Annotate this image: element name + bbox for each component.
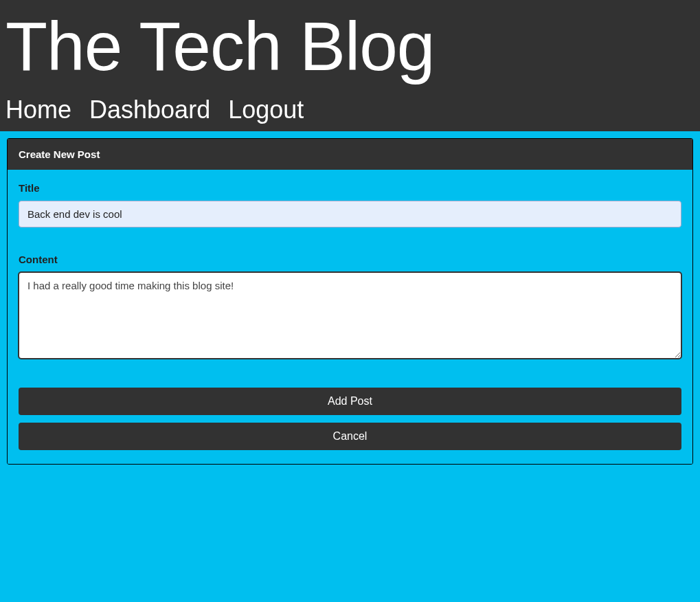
- nav-logout[interactable]: Logout: [228, 96, 304, 124]
- content-label: Content: [19, 254, 681, 265]
- panel-title: Create New Post: [8, 139, 692, 170]
- title-input[interactable]: [19, 201, 681, 227]
- content-textarea[interactable]: [19, 272, 681, 359]
- site-title: The Tech Blog: [5, 0, 695, 93]
- nav-home[interactable]: Home: [5, 96, 71, 124]
- main-nav: Home Dashboard Logout: [5, 96, 695, 124]
- title-section: Title: [19, 182, 681, 227]
- nav-dashboard[interactable]: Dashboard: [89, 96, 210, 124]
- title-label: Title: [19, 182, 681, 194]
- button-row: Add Post Cancel: [19, 388, 681, 450]
- page-body: Create New Post Title Content Add Post C…: [0, 131, 700, 471]
- create-post-panel: Create New Post Title Content Add Post C…: [7, 138, 693, 465]
- add-post-button[interactable]: Add Post: [19, 388, 681, 415]
- cancel-button[interactable]: Cancel: [19, 423, 681, 450]
- site-header: The Tech Blog Home Dashboard Logout: [0, 0, 700, 131]
- content-section: Content: [19, 254, 681, 361]
- panel-body: Title Content Add Post Cancel: [8, 170, 692, 464]
